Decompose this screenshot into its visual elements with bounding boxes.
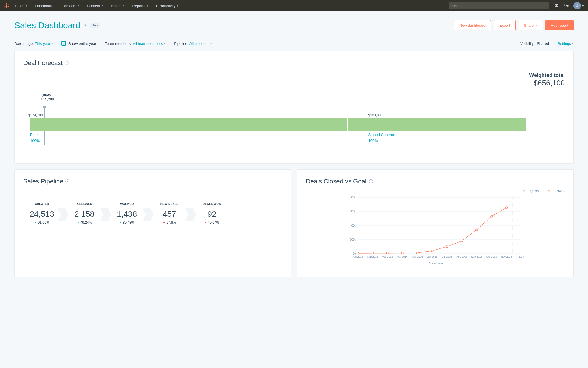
triangle-down-icon [163,222,165,223]
chevron-down-icon: ▾ [147,4,148,7]
stage-label: ASSIGNED [69,202,100,206]
nav-dashboard[interactable]: Dashboard [31,0,58,12]
card-title: Deals Closed vs Goal i [306,178,565,185]
page-title-text: Sales Dashboard [14,20,80,30]
share-label: Share [524,23,534,28]
weighted-total: Weighted total $656,100 [23,72,565,87]
info-icon[interactable]: i [65,61,69,65]
svg-point-2 [8,5,9,5]
svg-point-31 [506,207,508,209]
segment-signed-caption: Signed Contract 100% [368,132,395,144]
broadcast-icon[interactable] [564,3,569,8]
quota-label: Quota: [41,93,54,97]
current-total-label: $374,700 [28,113,43,117]
svg-text:800k: 800k [350,196,356,199]
stage-percent: 91.69% [26,221,58,225]
settings-link[interactable]: Settings▾ [558,41,574,46]
nav-brand[interactable]: Sales▾ [11,0,31,12]
avatar-icon [573,2,581,9]
filter-bar: Date range: This year▾ Show entire year … [14,36,574,51]
segment-signed[interactable] [348,118,526,131]
svg-point-1 [6,3,7,4]
filter-pipeline-value[interactable]: All pipelines▾ [189,41,212,46]
dashboard-switcher[interactable]: ▼ [84,24,86,27]
pipeline-stage[interactable]: WORKED 1,438 80.43% [111,202,143,225]
svg-point-24 [401,252,403,254]
filter-date-value[interactable]: This year▾ [35,41,53,46]
svg-text:Dec: Dec [519,255,524,258]
chevron-down-icon: ▾ [102,4,103,7]
nav-social[interactable]: Social▾ [107,0,128,12]
search-input[interactable] [449,2,549,9]
svg-text:200k: 200k [350,238,356,241]
export-button[interactable]: Export [494,20,516,30]
nav-item-label: Social [111,4,121,8]
user-menu[interactable]: ▾ [573,2,584,9]
svg-text:Jan 2016: Jan 2016 [352,255,363,258]
weighted-total-label: Weighted total [23,72,565,78]
forecast-bar [30,118,526,131]
stage-label: DEALS WON [196,202,228,206]
top-nav: Sales▾ Dashboard Contacts▾ Content▾ Soci… [0,0,588,12]
filter-date: Date range: This year▾ [14,41,53,46]
chevron-down-icon: ▾ [210,42,212,45]
chevron-down-icon: ▾ [51,42,53,45]
pipeline-stage[interactable]: CREATED 24,513 91.69% [26,202,58,225]
filter-visibility-value: Shared [537,41,549,46]
filter-visibility: Visibility: Shared [520,41,549,46]
info-icon[interactable]: i [65,179,69,183]
quota-label-block: Quota: $25,200 [41,93,54,101]
stage-label: NEW DEALS [154,202,185,206]
show-entire-year-checkbox[interactable]: Show entire year [61,41,96,46]
segment-paid[interactable] [30,118,347,131]
svg-text:Sep 2016: Sep 2016 [471,255,482,258]
new-dashboard-button[interactable]: New dashboard [454,20,491,30]
quota-value: $25,200 [41,97,54,101]
academy-icon[interactable] [554,3,559,8]
nav-item-label: Contacts [61,4,76,8]
svg-point-30 [491,215,493,217]
svg-point-25 [416,252,418,254]
nav-item-label: Content [87,4,100,8]
pipeline-stage[interactable]: ASSIGNED 2,158 49.24% [69,202,100,225]
svg-point-22 [372,252,374,254]
filter-team-value[interactable]: All team members▾ [133,41,165,46]
card-title-text: Deal Forecast [23,59,63,67]
triangle-down-icon [204,222,207,223]
svg-point-28 [461,240,463,242]
stage-percent: 40.64% [196,221,228,225]
page-header: Sales Dashboard ▼ Beta New dashboard Exp… [14,12,574,36]
svg-point-29 [476,229,478,231]
deals-closed-vs-goal-card: Deals Closed vs Goal i Quota Total C 0k2… [297,169,574,277]
add-report-button[interactable]: Add report [545,20,574,30]
nav-contacts[interactable]: Contacts▾ [57,0,83,12]
pipeline-stage[interactable]: DEALS WON 92 40.64% [196,202,228,225]
pipeline-stage[interactable]: NEW DEALS 457 17.8% [154,202,185,225]
svg-text:0k: 0k [353,252,356,255]
filter-visibility-label: Visibility: [520,41,535,46]
share-button[interactable]: Share▾ [519,20,543,30]
nav-reports[interactable]: Reports▾ [128,0,152,12]
svg-text:Nov 2016: Nov 2016 [501,255,512,258]
svg-point-3 [8,6,9,7]
deals-closed-chart: 0k200k400k600k800kJan 2016Feb 2016Mar 20… [306,194,565,266]
deal-forecast-card: Deal Forecast i Weighted total $656,100 … [14,51,574,164]
chevron-down-icon: ▾ [582,4,584,8]
arrow-separator-icon [143,208,154,221]
nav-brand-label: Sales [15,4,24,8]
sprocket-logo-icon[interactable] [4,3,11,8]
svg-text:Aug 2016: Aug 2016 [456,255,467,258]
svg-point-7 [566,5,567,6]
nav-content[interactable]: Content▾ [83,0,107,12]
chevron-down-icon: ▾ [177,4,178,7]
stage-value: 92 [196,210,228,219]
checkbox-label: Show entire year [68,41,96,46]
svg-text:Apr 2016: Apr 2016 [397,255,408,258]
info-icon[interactable]: i [369,179,373,183]
svg-point-0 [6,5,7,7]
svg-point-6 [5,5,5,5]
filter-team-label: Team members: [105,41,132,46]
sales-pipeline-card: Sales Pipeline i CREATED 24,513 91.69%AS… [14,169,291,277]
page-title: Sales Dashboard ▼ Beta [14,20,100,30]
nav-productivity[interactable]: Productivity▾ [152,0,182,12]
